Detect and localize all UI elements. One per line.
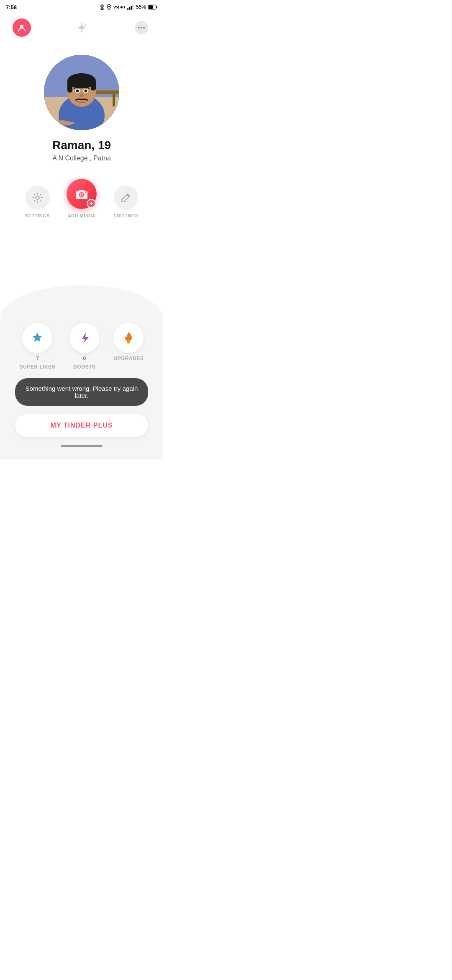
svg-point-10 (138, 27, 140, 28)
nav-spark-button[interactable] (72, 18, 91, 37)
super-likes-label: SUPER LIKES (20, 364, 56, 370)
status-time: 7:58 (6, 4, 17, 10)
svg-rect-23 (67, 80, 72, 93)
avatar-image (44, 55, 119, 130)
svg-rect-2 (129, 7, 130, 10)
edit-info-label: EDIT INFO (113, 213, 138, 218)
svg-rect-7 (149, 5, 153, 9)
status-icons: Vo) 4G 55% (100, 4, 157, 10)
bottom-section: 7 SUPER LIKES 0 BOOSTS UPGRADES (0, 302, 163, 459)
upgrades-label: UPGRADES (113, 356, 144, 361)
message-icon (134, 21, 149, 35)
settings-circle (26, 186, 50, 210)
battery-label: 55% (136, 4, 146, 10)
profile-name: Raman, 19 (52, 139, 111, 152)
super-likes-stat[interactable]: 7 SUPER LIKES (20, 323, 56, 370)
svg-rect-6 (157, 6, 157, 8)
pencil-icon (121, 193, 131, 203)
svg-rect-24 (91, 80, 96, 90)
top-nav (0, 13, 163, 42)
svg-point-32 (36, 196, 39, 199)
boosts-stat[interactable]: 0 BOOSTS (69, 323, 100, 370)
star-icon (30, 330, 45, 346)
super-likes-count: 7 (36, 356, 39, 361)
location-icon (107, 4, 111, 10)
svg-rect-18 (113, 94, 115, 106)
svg-rect-1 (127, 8, 128, 10)
status-bar: 7:58 Vo) 4G 55% (0, 0, 163, 13)
svg-point-12 (143, 27, 145, 28)
add-media-circle: + (67, 179, 97, 209)
tinder-plus-button[interactable]: MY TINDER PLUS (15, 414, 148, 437)
svg-rect-3 (131, 6, 132, 10)
profile-section: Raman, 19 A N College , Patna SETTINGS (0, 42, 163, 235)
svg-point-34 (81, 194, 83, 196)
profile-school: A N College , Patna (52, 155, 111, 162)
svg-point-35 (85, 192, 87, 193)
svg-point-0 (108, 6, 110, 7)
error-toast: Something went wrong. Please try again l… (15, 378, 148, 406)
svg-rect-4 (132, 5, 134, 10)
edit-info-button[interactable]: EDIT INFO (113, 186, 138, 218)
spark-icon (74, 20, 89, 35)
bluetooth-icon (100, 4, 105, 10)
settings-label: SETTINGS (25, 213, 50, 218)
error-message: Something went wrong. Please try again l… (26, 385, 138, 399)
settings-button[interactable]: SETTINGS (25, 186, 50, 218)
plus-badge: + (87, 199, 96, 208)
bottom-indicator (8, 441, 155, 451)
svg-point-11 (141, 27, 142, 28)
lte-icon: Vo) 4G (113, 5, 125, 9)
upgrades-circle (113, 323, 144, 353)
add-media-button[interactable]: + ADD MEDIA (67, 179, 97, 218)
boosts-count: 0 (83, 356, 86, 361)
svg-point-30 (85, 90, 87, 92)
battery-icon (148, 5, 157, 10)
svg-point-27 (77, 90, 78, 92)
nav-profile-button[interactable] (13, 18, 31, 37)
action-row: SETTINGS + ADD MEDIA (8, 175, 155, 227)
avatar (44, 55, 119, 130)
stats-row: 7 SUPER LIKES 0 BOOSTS UPGRADES (8, 315, 155, 374)
edit-info-circle (114, 186, 138, 210)
upgrades-stat[interactable]: UPGRADES (113, 323, 144, 370)
add-media-label: ADD MEDIA (68, 213, 96, 218)
bolt-icon (77, 330, 92, 346)
tinder-plus-label: MY TINDER PLUS (51, 422, 113, 429)
svg-point-31 (80, 94, 84, 97)
home-indicator (61, 445, 103, 447)
boosts-circle (69, 323, 100, 353)
signal-icon (127, 5, 134, 10)
camera-icon (75, 188, 88, 200)
flame-icon (121, 330, 136, 346)
nav-message-button[interactable] (132, 18, 151, 37)
person-icon (17, 23, 26, 32)
spacer (0, 235, 163, 268)
super-likes-circle (22, 323, 52, 353)
svg-point-8 (20, 25, 23, 28)
gear-icon (32, 192, 43, 203)
boosts-label: BOOSTS (73, 364, 96, 370)
